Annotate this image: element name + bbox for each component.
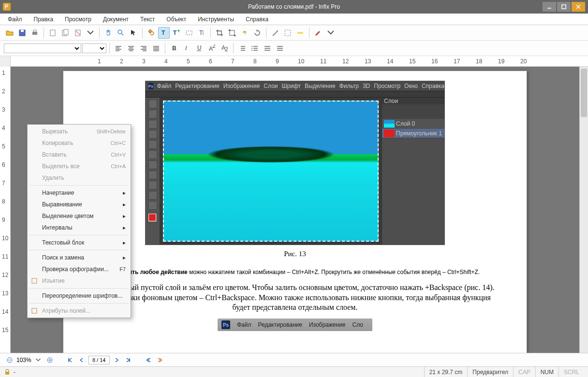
ctx-item[interactable]: Начертание▸ bbox=[28, 187, 131, 199]
svg-rect-1 bbox=[562, 5, 566, 9]
menu-text[interactable]: Текст bbox=[137, 14, 158, 24]
paragraph-1: Отменить любое действие можно нажатием т… bbox=[92, 267, 498, 277]
status-scrl: SCRL bbox=[559, 367, 584, 377]
eyedropper-icon[interactable] bbox=[269, 27, 281, 39]
highlight-icon[interactable] bbox=[294, 27, 306, 39]
list3-icon[interactable] bbox=[262, 43, 273, 54]
svg-text:T: T bbox=[199, 29, 203, 36]
svg-point-35 bbox=[251, 50, 252, 51]
minimize-button[interactable] bbox=[543, 2, 556, 12]
ctx-item: Изъятие bbox=[28, 275, 131, 287]
draw-icon[interactable] bbox=[312, 27, 324, 39]
svg-text:U: U bbox=[197, 44, 202, 51]
ctx-item[interactable]: Проверка орфографии...F7 bbox=[28, 263, 131, 275]
print-icon[interactable] bbox=[29, 27, 41, 39]
deletepage-icon[interactable] bbox=[72, 27, 84, 39]
zoom-out-button[interactable] bbox=[5, 355, 15, 365]
link-icon[interactable] bbox=[239, 27, 250, 39]
prev-page-button[interactable] bbox=[77, 355, 87, 365]
font-select[interactable] bbox=[4, 44, 81, 53]
align-left-icon[interactable] bbox=[113, 43, 124, 54]
page-input[interactable] bbox=[88, 356, 110, 364]
dropdown2-icon[interactable] bbox=[325, 27, 337, 39]
ctx-item[interactable]: Поиск и замена▸ bbox=[28, 252, 131, 263]
rotate-icon[interactable] bbox=[251, 27, 263, 39]
menu-file[interactable]: Файл bbox=[5, 14, 25, 24]
menu-view[interactable]: Просмотр bbox=[62, 14, 94, 24]
ps-layers-panel: Слои Слой 0 Прямоугольник 1 bbox=[382, 98, 444, 245]
menu-document[interactable]: Документ bbox=[100, 14, 132, 24]
hand-icon[interactable] bbox=[103, 27, 114, 39]
svg-rect-37 bbox=[32, 308, 37, 313]
ctx-item[interactable]: Выравнивание▸ bbox=[28, 199, 131, 210]
text-tool-icon[interactable]: T bbox=[158, 27, 170, 39]
zoom-in-button[interactable] bbox=[45, 355, 55, 365]
last-page-button[interactable] bbox=[123, 355, 133, 365]
textplus-icon[interactable]: T+ bbox=[171, 27, 182, 39]
align-right-icon[interactable] bbox=[138, 43, 149, 54]
menu-tools[interactable]: Инструменты bbox=[195, 14, 237, 24]
maximize-button[interactable] bbox=[557, 2, 571, 12]
bold-icon[interactable]: B bbox=[168, 43, 180, 54]
crop-icon[interactable] bbox=[214, 27, 225, 39]
superscript-icon[interactable]: A2 bbox=[206, 43, 218, 54]
status-caps: CAP bbox=[513, 367, 535, 377]
ctx-item[interactable]: Текстовый блок▸ bbox=[28, 237, 131, 248]
ctx-item: Выделить всеCtrl+A bbox=[28, 160, 131, 172]
back-button[interactable] bbox=[144, 355, 153, 365]
copypage-icon[interactable] bbox=[59, 27, 71, 39]
ctx-item: КопироватьCtrl+C bbox=[28, 137, 131, 149]
underline-icon[interactable]: U bbox=[193, 43, 205, 54]
transform-icon[interactable] bbox=[226, 27, 238, 39]
undo-icon[interactable] bbox=[146, 27, 157, 39]
svg-text:B: B bbox=[172, 45, 176, 52]
ctx-item: ВставитьCtrl+V bbox=[28, 149, 131, 160]
navigation-bar: 103% bbox=[0, 353, 588, 366]
window-title: Работаем со слоями.pdf - Infix Pro bbox=[248, 3, 340, 10]
ctx-item: ВырезатьShift+Delete bbox=[28, 126, 131, 137]
svg-text:T: T bbox=[173, 29, 177, 36]
close-button[interactable] bbox=[572, 2, 585, 12]
newpage-icon[interactable] bbox=[47, 27, 59, 39]
subscript-icon[interactable]: A2 bbox=[219, 43, 230, 54]
pointer-icon[interactable] bbox=[128, 27, 139, 39]
svg-point-34 bbox=[251, 48, 252, 49]
ps-logo-icon: Ps bbox=[148, 83, 153, 89]
menu-edit[interactable]: Правка bbox=[31, 14, 57, 24]
main-toolbar: T T+ T bbox=[0, 25, 588, 41]
ctx-item: Атрибуты полей... bbox=[28, 305, 131, 317]
tag-icon bbox=[30, 307, 38, 315]
first-page-button[interactable] bbox=[65, 355, 75, 365]
ps-tools-panel bbox=[146, 98, 160, 245]
ctx-item[interactable]: Интервалы▸ bbox=[28, 222, 131, 233]
svg-rect-21 bbox=[229, 29, 230, 31]
svg-rect-36 bbox=[32, 278, 37, 283]
list2-icon[interactable] bbox=[249, 43, 261, 54]
size-select[interactable] bbox=[82, 44, 106, 53]
italic-icon[interactable]: I bbox=[181, 43, 192, 54]
svg-text:+: + bbox=[177, 29, 180, 34]
dropdown-icon[interactable] bbox=[85, 27, 96, 39]
next-page-button[interactable] bbox=[112, 355, 121, 365]
status-bar: - 21 x 29.7 cm Предварител CAP NUM SCRL bbox=[0, 366, 588, 377]
list4-icon[interactable] bbox=[274, 43, 286, 54]
svg-rect-24 bbox=[297, 32, 303, 34]
object-tool-icon[interactable] bbox=[183, 27, 195, 39]
zoom-dropdown-button[interactable] bbox=[33, 355, 43, 365]
open-icon[interactable] bbox=[4, 27, 15, 39]
align-center-icon[interactable] bbox=[125, 43, 137, 54]
ctx-item[interactable]: Переопределение шрифтов... bbox=[28, 290, 131, 302]
vtext-icon[interactable]: T bbox=[196, 27, 207, 39]
ctx-item[interactable]: Выделение цветом▸ bbox=[28, 210, 131, 222]
menu-help[interactable]: Справка bbox=[243, 14, 271, 24]
svg-rect-10 bbox=[64, 29, 68, 35]
vertical-scrollbar[interactable] bbox=[579, 67, 588, 353]
align-justify-icon[interactable] bbox=[150, 43, 162, 54]
forward-button[interactable] bbox=[155, 355, 165, 365]
menu-object[interactable]: Объект bbox=[163, 14, 189, 24]
list1-icon[interactable] bbox=[236, 43, 248, 54]
status-num: NUM bbox=[535, 367, 559, 377]
zoom-icon[interactable] bbox=[115, 27, 127, 39]
marquee-icon[interactable] bbox=[282, 27, 294, 39]
save-icon[interactable] bbox=[16, 27, 28, 39]
